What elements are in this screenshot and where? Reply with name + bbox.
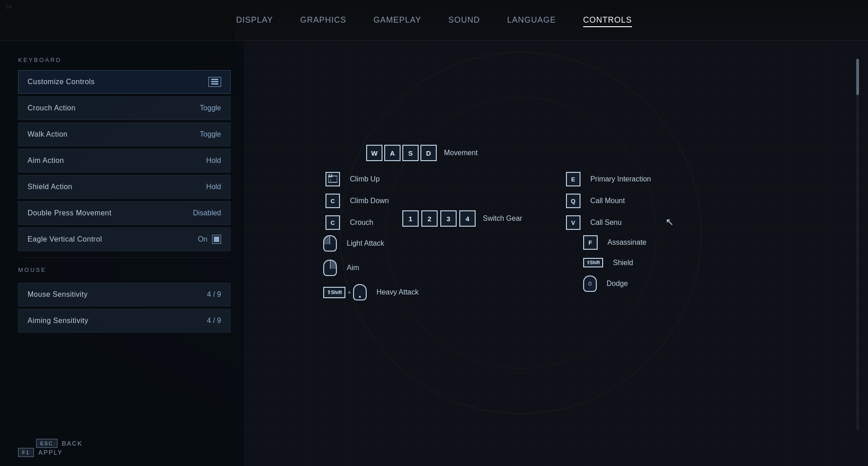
aiming-sensitivity-value: 4 / 9 — [207, 317, 221, 325]
eagle-vertical-value: On — [198, 235, 221, 244]
aim-action-value: Hold — [206, 157, 221, 165]
light-attack-key — [323, 235, 337, 252]
key-4: 4 — [459, 210, 476, 227]
eagle-vertical-row[interactable]: Eagle Vertical Control On — [18, 228, 231, 251]
call-mount-row: Q Call Mount — [566, 194, 651, 208]
aiming-sensitivity-row[interactable]: Aiming Sensitivity 4 / 9 — [18, 309, 231, 333]
call-senu-label: Call Senu — [590, 219, 622, 227]
combat-left-group: Light Attack Aim ⇧Shift + Heavy Attack — [323, 235, 419, 300]
climb-up-row: ↑ Climb Up — [326, 172, 389, 186]
left-panel: KEYBOARD Customize Controls Crouch Actio… — [0, 41, 244, 466]
call-mount-label: Call Mount — [590, 197, 625, 205]
aiming-sensitivity-label: Aiming Sensitivity — [28, 317, 88, 325]
switch-gear-group: 1 2 3 4 Switch Gear — [402, 210, 522, 227]
aim-label: Aim — [347, 264, 359, 272]
call-mount-key: Q — [566, 194, 580, 208]
movement-label: Movement — [444, 149, 478, 157]
right-panel: W A S D Movement ↑ Climb Up C Climb Down — [235, 41, 868, 466]
shield-label: Shield — [613, 259, 633, 267]
aim-row: Aim — [323, 260, 419, 276]
left-bindings: ↑ Climb Up C Climb Down C Crouch — [326, 172, 389, 230]
switch-gear-label: Switch Gear — [483, 214, 522, 223]
walk-action-row[interactable]: Walk Action Toggle — [18, 123, 231, 146]
double-press-value: Disabled — [193, 209, 221, 217]
dodge-row: Dodge — [583, 276, 646, 292]
wasd-keys: W A S D — [366, 145, 437, 161]
heavy-attack-label: Heavy Attack — [377, 288, 419, 296]
key-a: A — [384, 145, 401, 161]
back-key-box: Esc — [36, 439, 57, 448]
svg-rect-4 — [329, 174, 332, 177]
walk-action-label: Walk Action — [28, 130, 68, 138]
back-button[interactable]: Esc BACK — [36, 439, 83, 448]
assassinate-key: F — [583, 235, 598, 250]
mouse-sensitivity-row[interactable]: Mouse Sensitivity 4 / 9 — [18, 283, 231, 306]
shield-action-value: Hold — [206, 183, 221, 191]
crouch-key: C — [326, 215, 340, 230]
crouch-label: Crouch — [350, 219, 373, 227]
nav-display[interactable]: Display — [236, 13, 273, 27]
dodge-label: Dodge — [607, 280, 628, 288]
climb-up-label: Climb Up — [350, 175, 380, 183]
primary-interaction-label: Primary Interaction — [590, 175, 651, 183]
cursor-decoration: ↖ — [665, 217, 674, 227]
call-senu-key: V — [566, 215, 580, 230]
key-w: W — [366, 145, 382, 161]
climb-up-key: ↑ — [326, 172, 340, 186]
call-senu-row: V Call Senu — [566, 215, 651, 230]
nav-language[interactable]: Language — [507, 13, 556, 27]
crouch-row: C Crouch — [326, 215, 389, 230]
shield-row: ⇧Shift Shield — [583, 258, 646, 267]
svg-rect-0 — [211, 79, 218, 80]
right-bindings: E Primary Interaction Q Call Mount V Cal… — [566, 172, 651, 230]
shield-key: ⇧Shift — [583, 258, 603, 267]
double-press-row[interactable]: Double Press Movement Disabled — [18, 201, 231, 225]
eagle-vertical-label: Eagle Vertical Control — [28, 235, 102, 243]
climb-down-label: Climb Down — [350, 197, 389, 205]
heavy-attack-row: ⇧Shift + Heavy Attack — [323, 284, 419, 300]
key-1: 1 — [402, 210, 419, 227]
apply-label: APPLY — [38, 449, 63, 456]
customize-controls-icon — [208, 77, 221, 87]
nav-controls[interactable]: Controls — [583, 13, 632, 27]
plus-sign: + — [347, 289, 351, 296]
key-2: 2 — [421, 210, 438, 227]
shield-action-row[interactable]: Shield Action Hold — [18, 175, 231, 199]
light-attack-row: Light Attack — [323, 235, 419, 252]
svg-rect-2 — [211, 83, 218, 85]
wasd-movement-group: W A S D Movement — [366, 145, 478, 161]
aim-key — [323, 260, 337, 276]
nav-graphics[interactable]: Graphics — [300, 13, 346, 27]
cursor-icon: ↖ — [665, 216, 674, 228]
keyboard-controls-list: Customize Controls Crouch Action Toggle … — [18, 70, 231, 457]
customize-controls-label: Customize Controls — [28, 78, 95, 86]
shield-action-label: Shield Action — [28, 183, 72, 191]
heavy-mouse-key — [353, 284, 367, 300]
assassinate-row: F Assassinate — [583, 235, 646, 250]
primary-interaction-key: E — [566, 172, 580, 186]
customize-controls-row[interactable]: Customize Controls — [18, 70, 231, 94]
apply-key-box: F1 — [18, 448, 34, 457]
primary-interaction-row: E Primary Interaction — [566, 172, 651, 186]
eagle-checkbox[interactable] — [212, 235, 221, 244]
nav-gameplay[interactable]: Gameplay — [373, 13, 421, 27]
climb-down-row: C Climb Down — [326, 194, 389, 208]
svg-rect-1 — [211, 81, 218, 82]
aim-action-row[interactable]: Aim Action Hold — [18, 149, 231, 172]
back-label: BACK — [62, 440, 83, 447]
top-nav: Display Graphics Gameplay Sound Language… — [0, 0, 868, 41]
crouch-action-label: Crouch Action — [28, 104, 75, 112]
key-s: S — [402, 145, 419, 161]
apply-button[interactable]: F1 APPLY — [18, 448, 63, 457]
crouch-action-row[interactable]: Crouch Action Toggle — [18, 96, 231, 120]
double-press-label: Double Press Movement — [28, 209, 112, 217]
assassinate-label: Assassinate — [608, 238, 646, 247]
key-3: 3 — [440, 210, 457, 227]
keyboard-section-label: KEYBOARD — [18, 57, 231, 63]
mouse-sensitivity-label: Mouse Sensitivity — [28, 290, 88, 299]
mouse-section-label: MOUSE — [18, 266, 231, 273]
crouch-action-value: Toggle — [200, 104, 221, 112]
mouse-sensitivity-value: 4 / 9 — [207, 290, 221, 299]
nav-sound[interactable]: Sound — [448, 13, 480, 27]
key-d: D — [420, 145, 437, 161]
